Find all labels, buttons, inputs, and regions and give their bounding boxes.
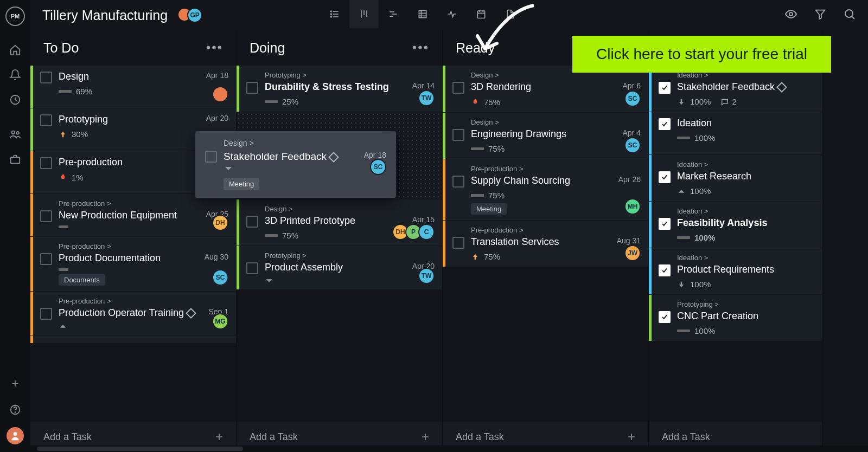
svg-rect-19 (419, 10, 426, 17)
card[interactable]: Ideation > Product Requirements 100% (649, 248, 822, 294)
view-sheet-icon[interactable] (408, 0, 437, 28)
card[interactable]: Prototyping > CNC Part Creation 100% (649, 295, 822, 341)
logo-pm[interactable]: PM (5, 7, 25, 26)
header-avatars[interactable]: GP (177, 8, 202, 23)
checkbox[interactable] (452, 82, 464, 94)
column-todo: To Do ••• DesignApr 18 69% PrototypingAp… (30, 30, 237, 452)
card[interactable]: Design > 3D Printed PrototypeApr 15 75% … (237, 199, 442, 246)
card[interactable]: Prototyping > Durability & Stress Testin… (237, 66, 442, 112)
avatar[interactable]: SC (370, 159, 386, 175)
people-icon[interactable] (4, 124, 26, 145)
svg-point-6 (14, 432, 17, 436)
comments-icon[interactable]: 2 (720, 97, 736, 106)
checkbox-done[interactable] (659, 118, 671, 130)
checkbox-done[interactable] (659, 218, 671, 230)
card-partial[interactable] (30, 335, 236, 343)
card[interactable]: Pre-production > Production Operator Tra… (30, 292, 236, 335)
column-ready: Ready Design > 3D RenderingApr 6 75% SC … (443, 30, 649, 452)
horizontal-scrollbar[interactable] (30, 445, 868, 452)
card[interactable]: Ideation > Feasibility Analysis 100% (649, 202, 822, 248)
priority-bar-icon (677, 236, 690, 239)
card[interactable]: Pre-production > Product DocumentationAu… (30, 237, 236, 291)
tag: Documents (59, 274, 105, 286)
plus-icon: + (628, 429, 635, 444)
checkbox[interactable] (40, 253, 52, 265)
priority-bar-icon (59, 268, 68, 271)
avatar[interactable] (212, 86, 228, 102)
avatar-gp: GP (187, 8, 202, 23)
view-board-icon[interactable] (349, 0, 379, 28)
checkbox-done[interactable] (659, 311, 671, 323)
checkbox[interactable] (40, 72, 52, 83)
checkbox-done[interactable] (659, 171, 671, 183)
card[interactable]: Pre-production > Supply Chain SourcingAp… (443, 159, 648, 220)
avatar[interactable]: SC (624, 137, 641, 153)
add-icon[interactable]: + (7, 375, 24, 392)
checkbox[interactable] (452, 237, 464, 249)
card[interactable]: DesignApr 18 69% (30, 66, 236, 108)
checkbox[interactable] (40, 210, 52, 222)
avatar[interactable]: SC (212, 269, 228, 286)
checkbox[interactable] (246, 262, 258, 274)
priority-bar-icon (471, 194, 484, 197)
checkbox[interactable] (246, 82, 258, 94)
scrollbar-thumb[interactable] (37, 447, 243, 451)
card[interactable]: Ideation > Market Research 100% (649, 155, 822, 201)
svg-point-5 (15, 412, 16, 412)
card[interactable]: Design > Engineering DrawingsApr 4 75% S… (443, 113, 648, 159)
avatar[interactable]: SC (624, 91, 641, 107)
card[interactable]: Pre-production > Translation ServicesAug… (443, 221, 648, 267)
column-more-icon[interactable]: ••• (412, 40, 429, 55)
view-list-icon[interactable] (320, 0, 349, 28)
priority-down-caret-icon (265, 277, 273, 284)
checkbox[interactable] (452, 176, 464, 188)
checkbox-done[interactable] (659, 82, 671, 94)
avatar[interactable]: DH (212, 215, 228, 231)
avatar[interactable]: TW (418, 90, 435, 106)
checkbox[interactable] (205, 151, 217, 163)
checkbox-done[interactable] (659, 264, 671, 276)
user-avatar[interactable] (7, 427, 24, 444)
column-more-icon[interactable]: ••• (206, 40, 223, 55)
help-icon[interactable] (7, 401, 24, 418)
diamond-icon (328, 152, 339, 163)
checkbox[interactable] (40, 157, 52, 169)
priority-down-icon (677, 98, 686, 106)
briefcase-icon[interactable] (4, 148, 26, 170)
column-done: Ideation > Stakeholder Feedback 100%2 Id… (649, 30, 822, 452)
svg-point-27 (789, 12, 793, 16)
svg-rect-3 (11, 157, 20, 163)
card[interactable]: Pre-production > New Production Equipmen… (30, 194, 236, 236)
card[interactable]: Ideation 100% (649, 112, 822, 154)
eye-icon[interactable] (783, 7, 799, 22)
card[interactable]: Prototyping > Product AssemblyApr 20 TW (237, 246, 442, 289)
checkbox[interactable] (40, 114, 52, 126)
checkbox[interactable] (452, 129, 464, 141)
diamond-icon (186, 308, 196, 319)
checkbox[interactable] (40, 308, 52, 320)
view-activity-icon[interactable] (437, 0, 467, 28)
svg-point-12 (331, 16, 332, 17)
avatar[interactable]: JW (624, 245, 641, 261)
priority-fire-icon (59, 172, 67, 182)
diamond-icon (776, 82, 787, 93)
clock-icon[interactable] (4, 89, 26, 111)
filter-icon[interactable] (813, 7, 828, 22)
svg-point-1 (12, 131, 15, 134)
home-icon[interactable] (4, 39, 26, 61)
search-icon[interactable] (842, 7, 857, 22)
priority-up-icon (59, 130, 67, 139)
view-gantt-icon[interactable] (379, 0, 408, 28)
dragging-card[interactable]: Design > Stakeholder Feedback Apr 18 SC … (195, 131, 396, 198)
tag: Meeting (224, 178, 259, 190)
checkbox[interactable] (246, 216, 258, 228)
cta-free-trial[interactable]: Click here to start your free trial (572, 36, 831, 73)
column-title: Doing (250, 40, 285, 56)
priority-fire-icon (471, 97, 480, 107)
priority-bar-icon (59, 90, 72, 93)
avatar[interactable]: MG (212, 313, 228, 330)
avatar[interactable]: TW (418, 268, 435, 284)
avatar[interactable]: MH (624, 198, 641, 215)
avatar[interactable]: C (418, 224, 435, 240)
bell-icon[interactable] (4, 64, 26, 86)
